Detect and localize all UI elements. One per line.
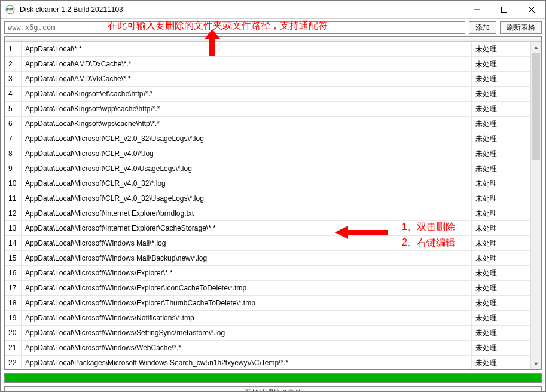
app-icon: [5, 5, 15, 14]
row-path: AppData\Local\Microsoft\CLR_v4.0_32\Usag…: [22, 191, 472, 206]
close-button[interactable]: [518, 1, 545, 18]
row-status: 未处理: [472, 161, 530, 176]
close-icon: [529, 7, 535, 13]
titlebar: Disk cleaner 1.2 Build 20211103: [1, 1, 545, 19]
window-controls: [463, 1, 545, 18]
row-path: AppData\Local\Microsoft\Windows\Explorer…: [22, 266, 472, 280]
row-path: AppData\Local\Microsoft\Windows\Explorer…: [22, 296, 472, 310]
table-row[interactable]: 8AppData\Local\Microsoft\CLR_v4.0\*.log未…: [5, 146, 530, 161]
table-row[interactable]: 19AppData\Local\Microsoft\Windows\Notifi…: [5, 311, 530, 326]
table-row[interactable]: 14AppData\Local\Microsoft\Windows Mail\*…: [5, 236, 530, 251]
scroll-thumb[interactable]: [532, 53, 540, 160]
row-status: 未处理: [472, 206, 530, 220]
vertical-scrollbar[interactable]: ▲ ▼: [530, 42, 541, 369]
scroll-up-icon[interactable]: ▲: [531, 42, 541, 53]
row-path: AppData\Local\Microsoft\CLR_v4.0\UsageLo…: [22, 161, 472, 176]
row-path: AppData\Local\AMD\DxCache\*.*: [22, 57, 472, 71]
row-index: 13: [5, 221, 22, 235]
row-index: 22: [5, 356, 22, 369]
row-index: 14: [5, 236, 22, 250]
add-button[interactable]: 添加: [469, 21, 496, 34]
row-index: 16: [5, 266, 22, 280]
action-row: 开始清理垃圾文件: [4, 386, 542, 392]
row-index: 1: [5, 42, 22, 56]
row-path: AppData\Local\AMD\VkCache\*.*: [22, 72, 472, 86]
table-row[interactable]: 4AppData\Local\Kingsoft\et\cache\http\*.…: [5, 87, 530, 102]
row-index: 21: [5, 341, 22, 355]
table-row[interactable]: 9AppData\Local\Microsoft\CLR_v4.0\UsageL…: [5, 161, 530, 176]
row-status: 未处理: [472, 266, 530, 280]
row-status: 未处理: [472, 236, 530, 250]
table-row[interactable]: 12AppData\Local\Microsoft\Internet Explo…: [5, 206, 530, 221]
start-clean-button[interactable]: 开始清理垃圾文件: [4, 386, 542, 392]
row-path: AppData\Local\Kingsoft\wpp\cache\http\*.…: [22, 102, 472, 116]
row-status: 未处理: [472, 57, 530, 71]
row-path: AppData\Local\Microsoft\Windows\Explorer…: [22, 281, 472, 295]
scroll-down-icon[interactable]: ▼: [531, 359, 541, 369]
row-path: AppData\Local\*.*: [22, 42, 472, 56]
row-index: 8: [5, 146, 22, 161]
row-index: 11: [5, 191, 22, 206]
table-row[interactable]: 1AppData\Local\*.*未处理: [5, 42, 530, 57]
table-row[interactable]: 22AppData\Local\Packages\Microsoft.Windo…: [5, 356, 530, 369]
row-index: 20: [5, 326, 22, 340]
row-path: AppData\Local\Microsoft\Internet Explore…: [22, 221, 472, 235]
row-status: 未处理: [472, 42, 530, 56]
row-status: 未处理: [472, 341, 530, 355]
row-path: AppData\Local\Microsoft\Internet Explore…: [22, 206, 472, 220]
table-row[interactable]: 17AppData\Local\Microsoft\Windows\Explor…: [5, 281, 530, 296]
row-path: AppData\Local\Microsoft\Windows Mail\*.l…: [22, 236, 472, 250]
progress-bar: [4, 373, 542, 383]
row-index: 17: [5, 281, 22, 295]
maximize-icon: [501, 7, 507, 13]
row-status: 未处理: [472, 356, 530, 369]
table-row[interactable]: 15AppData\Local\Microsoft\Windows Mail\B…: [5, 251, 530, 266]
table-row[interactable]: 20AppData\Local\Microsoft\Windows\Settin…: [5, 326, 530, 341]
table-row[interactable]: 13AppData\Local\Microsoft\Internet Explo…: [5, 221, 530, 236]
row-status: 未处理: [472, 221, 530, 235]
table-body: 1AppData\Local\*.*未处理2AppData\Local\AMD\…: [5, 42, 530, 369]
row-index: 6: [5, 117, 22, 131]
refresh-button[interactable]: 刷新表格: [500, 21, 542, 34]
row-status: 未处理: [472, 117, 530, 131]
row-status: 未处理: [472, 296, 530, 310]
row-index: 7: [5, 131, 22, 146]
row-path: AppData\Local\Microsoft\CLR_v4.0_32\*.lo…: [22, 176, 472, 191]
row-path: AppData\Local\Microsoft\Windows\WebCache…: [22, 341, 472, 355]
table-row[interactable]: 10AppData\Local\Microsoft\CLR_v4.0_32\*.…: [5, 176, 530, 191]
row-path: AppData\Local\Kingsoft\et\cache\http\*.*: [22, 87, 472, 101]
row-status: 未处理: [472, 191, 530, 206]
row-path: AppData\Local\Kingsoft\wps\cache\http\*.…: [22, 117, 472, 131]
table-row[interactable]: 2AppData\Local\AMD\DxCache\*.*未处理: [5, 57, 530, 72]
table-row[interactable]: 18AppData\Local\Microsoft\Windows\Explor…: [5, 296, 530, 311]
minimize-button[interactable]: [463, 1, 490, 18]
row-path: AppData\Local\Microsoft\Windows\SettingS…: [22, 326, 472, 340]
table-row[interactable]: 11AppData\Local\Microsoft\CLR_v4.0_32\Us…: [5, 191, 530, 206]
row-status: 未处理: [472, 146, 530, 161]
row-status: 未处理: [472, 251, 530, 265]
path-table: 1AppData\Local\*.*未处理2AppData\Local\AMD\…: [4, 36, 542, 370]
table-row[interactable]: 5AppData\Local\Kingsoft\wpp\cache\http\*…: [5, 102, 530, 117]
table-row[interactable]: 16AppData\Local\Microsoft\Windows\Explor…: [5, 266, 530, 281]
maximize-button[interactable]: [490, 1, 518, 18]
row-status: 未处理: [472, 326, 530, 340]
table-row[interactable]: 3AppData\Local\AMD\VkCache\*.*未处理: [5, 72, 530, 87]
row-index: 18: [5, 296, 22, 310]
row-status: 未处理: [472, 87, 530, 101]
row-index: 9: [5, 161, 22, 176]
table-row[interactable]: 6AppData\Local\Kingsoft\wps\cache\http\*…: [5, 117, 530, 131]
row-index: 10: [5, 176, 22, 191]
path-input[interactable]: [4, 21, 465, 34]
table-header[interactable]: [5, 37, 541, 42]
row-status: 未处理: [472, 311, 530, 325]
row-index: 3: [5, 72, 22, 86]
row-path: AppData\Local\Microsoft\CLR_v2.0_32\Usag…: [22, 131, 472, 146]
table-row[interactable]: 7AppData\Local\Microsoft\CLR_v2.0_32\Usa…: [5, 131, 530, 146]
row-index: 2: [5, 57, 22, 71]
svg-rect-2: [502, 7, 507, 12]
table-row[interactable]: 21AppData\Local\Microsoft\Windows\WebCac…: [5, 341, 530, 356]
row-index: 19: [5, 311, 22, 325]
row-status: 未处理: [472, 281, 530, 295]
row-status: 未处理: [472, 176, 530, 191]
row-path: AppData\Local\Microsoft\CLR_v4.0\*.log: [22, 146, 472, 161]
